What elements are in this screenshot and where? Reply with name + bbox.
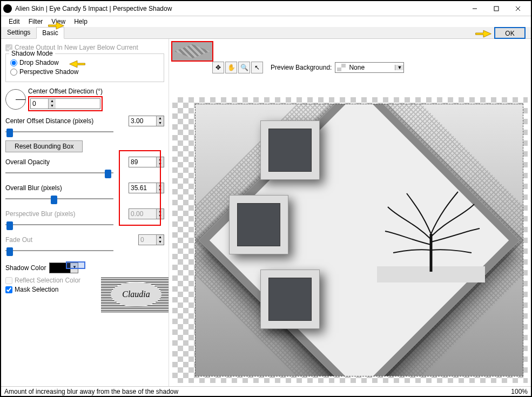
transparency-swatch-icon [337,64,346,71]
spin-down: ▼ [156,240,164,245]
square-frame [229,195,288,254]
drop-shadow-radio[interactable] [10,59,17,66]
spin-down[interactable]: ▼ [156,121,164,126]
close-button[interactable] [507,2,529,15]
overall-blur-row: Overall Blur (pixels) ▲▼ [5,183,164,204]
center-offset-distance-label: Center Offset Distance (pixels) [5,117,93,125]
perspective-shadow-radio[interactable] [10,69,17,76]
menu-help[interactable]: Help [70,17,92,26]
move-tool-button[interactable]: ✥ [212,62,224,73]
preview-background-value: None [347,64,395,71]
hand-icon: ✋ [227,64,235,71]
mask-selection-checkbox[interactable] [5,286,12,293]
main-body: Create Output In New Layer Below Current… [1,39,531,386]
overall-blur-label: Overall Blur (pixels) [5,184,62,192]
pointer-annotation-icon [475,28,492,38]
pointer-annotation-icon [69,58,86,69]
spin-up[interactable]: ▲ [156,183,164,188]
preview-artwork [195,104,523,376]
status-hint: Amount of increasing blur away from the … [4,388,178,395]
reset-bounding-box-button[interactable]: Reset Bounding Box [5,140,83,152]
tree-image [377,185,485,282]
spin-down[interactable]: ▼ [48,104,56,109]
preview-canvas[interactable] [172,97,528,383]
square-frame [260,270,320,329]
spin-up: ▲ [156,209,164,214]
fade-out-row: Fade Out ▲▼ [5,234,164,256]
shadow-color-row: Shadow Color ▼ [5,263,164,273]
center-offset-distance-slider[interactable] [5,127,113,137]
direction-dial[interactable] [5,89,26,110]
overall-blur-input[interactable] [129,184,156,192]
reflect-selection-color-label: Reflect Selection Color [15,277,80,284]
menu-view[interactable]: View [47,17,70,26]
preview-background-label: Preview Background: [271,64,332,71]
chevron-down-icon: ▼ [395,65,403,70]
mask-selection-label: Mask Selection [15,286,58,293]
zoom-level: 100% [511,388,528,395]
center-offset-direction-row: Center Offset Direction (°) ▲▼ [5,88,164,111]
spin-up[interactable]: ▲ [156,116,164,121]
perspective-blur-row: Perspective Blur (pixels) ▲▼ [5,208,164,230]
preview-panel: ✥ ✋ 🔍 ↖ Preview Background: None ▼ [169,39,531,386]
perspective-shadow-label: Perspective Shadow [19,68,78,76]
preset-thumbnail[interactable] [171,41,213,62]
title-bar: Alien Skin | Eye Candy 5 Impact | Perspe… [1,1,531,16]
shadow-color-swatch [50,263,70,273]
center-offset-direction-input[interactable] [31,99,48,108]
shadow-color-label: Shadow Color [5,264,46,272]
perspective-blur-label: Perspective Blur (pixels) [5,210,75,218]
status-bar: Amount of increasing blur away from the … [1,386,531,396]
fade-out-input [139,235,156,244]
chevron-down-icon: ▼ [70,263,78,273]
ok-button[interactable]: OK [494,27,526,39]
maximize-button[interactable] [486,2,507,15]
menu-filter[interactable]: Filter [24,17,48,26]
spin-up[interactable]: ▲ [48,99,56,104]
thumbnail-area [171,41,213,62]
spin-down: ▼ [156,214,164,219]
center-offset-distance-input[interactable] [129,117,156,125]
arrow-icon: ↖ [254,64,260,71]
perspective-blur-input [129,210,156,218]
perspective-blur-slider [5,220,113,230]
watermark-text: Claudia [111,282,161,307]
shadow-mode-group: Shadow Mode Drop Shadow Perspective Shad… [5,53,164,82]
shadow-mode-label: Shadow Mode [9,50,55,57]
tab-settings[interactable]: Settings [1,26,36,38]
center-offset-direction-label: Center Offset Direction (°) [28,88,103,95]
watermark: Claudia [101,278,171,312]
menu-edit[interactable]: Edit [4,17,24,26]
minimize-button[interactable] [464,2,486,15]
shadow-color-picker[interactable]: ▼ [49,263,78,273]
spin-up: ▲ [156,235,164,240]
center-offset-distance-row: Center Offset Distance (pixels) ▲▼ [5,116,164,137]
menu-bar: Edit Filter View Help [1,16,531,27]
fade-out-label: Fade Out [5,236,32,244]
hand-tool-button[interactable]: ✋ [225,62,237,73]
preview-background-select[interactable]: None ▼ [335,62,404,73]
overall-opacity-label: Overall Opacity [5,158,50,166]
app-icon [3,4,12,13]
arrow-tool-button[interactable]: ↖ [251,62,263,73]
spin-up[interactable]: ▲ [156,157,164,162]
overall-opacity-slider[interactable] [5,169,113,178]
square-frame [260,120,320,180]
spin-down[interactable]: ▼ [156,162,164,167]
preview-toolbar: ✥ ✋ 🔍 ↖ Preview Background: None ▼ [212,62,404,73]
fade-out-slider [5,246,113,256]
zoom-tool-button[interactable]: 🔍 [238,62,250,73]
move-icon: ✥ [216,64,221,71]
zoom-icon: 🔍 [240,64,248,71]
overall-opacity-row: Overall Opacity ▲▼ [5,157,164,178]
overall-blur-slider[interactable] [5,194,113,204]
overall-opacity-input[interactable] [129,158,156,166]
highlight-box: ▲▼ [28,96,103,111]
tabs-row: Settings Basic OK Cancel [1,27,531,39]
spin-down[interactable]: ▼ [156,188,164,193]
tab-basic[interactable]: Basic [36,27,64,39]
svg-rect-1 [494,6,499,11]
reflect-selection-color-checkbox [5,277,12,284]
drop-shadow-label: Drop Shadow [19,59,59,66]
settings-panel: Create Output In New Layer Below Current… [1,39,169,386]
